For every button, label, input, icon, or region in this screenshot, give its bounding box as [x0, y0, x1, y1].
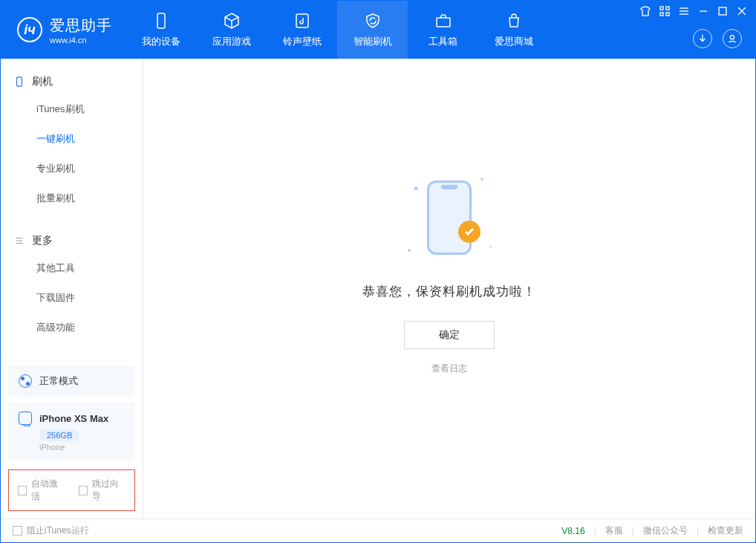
checkbox-icon [13, 526, 22, 536]
device-name: iPhone XS Max [39, 413, 108, 424]
success-message: 恭喜您，保资料刷机成功啦！ [362, 283, 536, 300]
close-icon[interactable] [736, 5, 748, 17]
user-icon[interactable] [723, 29, 742, 48]
nav-label: 我的设备 [142, 35, 180, 48]
app-body: 刷机 iTunes刷机 一键刷机 专业刷机 批量刷机 更多 其他工具 下载固件 … [1, 59, 755, 518]
ok-button[interactable]: 确定 [404, 321, 495, 349]
section-label: 刷机 [32, 75, 53, 88]
sidebar-section-more: 更多 [1, 228, 143, 253]
sparkle-icon: ✦ [489, 244, 492, 249]
svg-rect-3 [660, 7, 663, 10]
mode-label: 正常模式 [39, 374, 78, 388]
maximize-icon[interactable] [717, 5, 729, 17]
briefcase-icon [434, 11, 453, 30]
svg-point-8 [730, 36, 734, 39]
svg-rect-2 [437, 18, 450, 27]
device-icon [19, 412, 32, 425]
sidebar-item-batch-flash[interactable]: 批量刷机 [1, 183, 143, 213]
shirt-icon[interactable] [639, 5, 651, 17]
checkbox-label: 阻止iTunes运行 [27, 524, 89, 537]
sidebar-item-itunes-flash[interactable]: iTunes刷机 [1, 94, 143, 124]
header-actions [693, 29, 742, 48]
wechat-link[interactable]: 微信公众号 [643, 524, 688, 537]
device-icon [151, 11, 171, 30]
svg-rect-7 [719, 7, 726, 15]
svg-rect-9 [17, 77, 22, 86]
grid-icon[interactable] [659, 5, 671, 17]
nav-my-device[interactable]: 我的设备 [126, 1, 196, 59]
device-type: iPhone [39, 443, 125, 452]
nav-ringtone[interactable]: 铃声壁纸 [267, 1, 337, 59]
version-label: V8.16 [561, 526, 584, 536]
cube-icon [222, 11, 241, 30]
sparkle-icon: • [408, 246, 411, 256]
section-label: 更多 [32, 234, 53, 247]
phone-icon [427, 181, 472, 255]
nav-label: 工具箱 [428, 35, 457, 48]
sidebar-item-pro-flash[interactable]: 专业刷机 [1, 154, 143, 183]
sidebar-section-flash: 刷机 [1, 69, 143, 94]
refresh-shield-icon [363, 11, 382, 30]
nav-label: 应用游戏 [212, 35, 251, 48]
menu-icon[interactable] [678, 5, 690, 17]
device-capacity: 256GB [39, 429, 79, 441]
app-title: 爱思助手 [50, 16, 112, 36]
status-bar: 阻止iTunes运行 V8.16 | 客服 | 微信公众号 | 检查更新 [1, 518, 755, 542]
music-icon [293, 11, 312, 30]
download-icon[interactable] [693, 29, 712, 48]
nav-label: 智能刷机 [353, 35, 392, 48]
sidebar-item-other-tools[interactable]: 其他工具 [1, 253, 143, 283]
minimize-icon[interactable] [697, 5, 709, 17]
nav-toolbox[interactable]: 工具箱 [408, 1, 478, 59]
nav-apps[interactable]: 应用游戏 [196, 1, 267, 59]
svg-rect-5 [660, 13, 663, 16]
device-card[interactable]: iPhone XS Max 256GB iPhone [8, 403, 135, 461]
svg-rect-6 [666, 13, 669, 16]
checkbox-auto-activate[interactable]: 自动激活 [18, 478, 65, 503]
nav-flash[interactable]: 智能刷机 [337, 1, 408, 59]
app-logo: iч 爱思助手 www.i4.cn [1, 1, 126, 59]
app-subtitle: www.i4.cn [50, 36, 112, 45]
nav-store[interactable]: 爱思商城 [478, 1, 549, 59]
checkbox-label: 跳过向导 [92, 478, 126, 503]
mode-card[interactable]: 正常模式 [8, 365, 135, 397]
checkbox-label: 自动激活 [31, 478, 65, 503]
phone-icon [14, 77, 25, 87]
main-content: ✦ • • ✦ 恭喜您，保资料刷机成功啦！ 确定 查看日志 [143, 59, 755, 518]
view-log-link[interactable]: 查看日志 [431, 362, 467, 375]
sparkle-icon: • [480, 175, 483, 185]
check-update-link[interactable]: 检查更新 [708, 524, 743, 537]
logo-icon: iч [17, 17, 42, 42]
svg-rect-4 [666, 7, 669, 10]
list-icon [14, 235, 25, 246]
svg-rect-0 [157, 13, 165, 28]
svg-rect-1 [296, 14, 308, 27]
nav-label: 铃声壁纸 [283, 35, 322, 48]
bag-icon [504, 11, 524, 30]
top-nav: 我的设备 应用游戏 铃声壁纸 智能刷机 工具箱 爱思商城 [126, 1, 549, 59]
sidebar: 刷机 iTunes刷机 一键刷机 专业刷机 批量刷机 更多 其他工具 下载固件 … [1, 59, 143, 518]
mode-icon [19, 374, 32, 388]
check-badge-icon [458, 221, 480, 243]
checkbox-block-itunes[interactable]: 阻止iTunes运行 [13, 524, 89, 537]
highlighted-options: 自动激活 跳过向导 [8, 469, 135, 511]
window-controls [639, 5, 748, 17]
checkbox-icon [18, 486, 27, 495]
app-header: iч 爱思助手 www.i4.cn 我的设备 应用游戏 铃声壁纸 智能刷机 工具… [1, 1, 755, 59]
sparkle-icon: ✦ [412, 183, 420, 194]
nav-label: 爱思商城 [495, 35, 533, 48]
success-illustration: ✦ • • ✦ [405, 173, 494, 262]
sidebar-item-oneclick-flash[interactable]: 一键刷机 [1, 124, 143, 154]
checkbox-skip-guide[interactable]: 跳过向导 [79, 478, 126, 503]
support-link[interactable]: 客服 [605, 524, 623, 537]
sidebar-item-advanced[interactable]: 高级功能 [1, 313, 143, 342]
sidebar-item-download-firmware[interactable]: 下载固件 [1, 283, 143, 313]
checkbox-icon [79, 486, 88, 495]
